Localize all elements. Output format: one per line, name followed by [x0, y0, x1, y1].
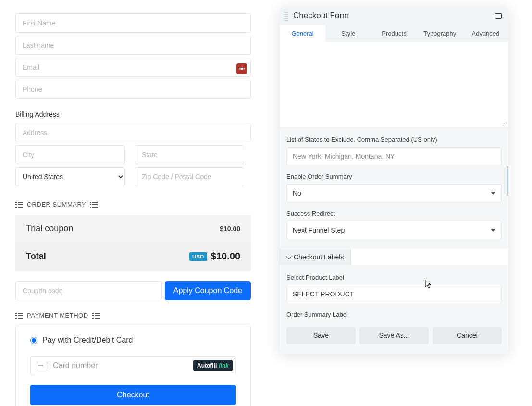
address-input[interactable]: [15, 123, 251, 142]
zip-input[interactable]: [135, 167, 244, 186]
drag-handle-icon[interactable]: [284, 11, 288, 21]
summary-item-price: $10.00: [220, 225, 240, 233]
order-summary-label-label: Order Summary Label: [286, 311, 502, 318]
summary-total-value: $10.00: [211, 251, 240, 262]
tab-typography[interactable]: Typography: [417, 25, 463, 42]
success-redirect-label: Success Redirect: [286, 210, 502, 217]
success-redirect-select[interactable]: Next Funnel Step: [286, 221, 502, 239]
summary-total-label: Total: [26, 251, 46, 261]
panel-header[interactable]: Checkout Form: [280, 7, 508, 25]
resize-grip-icon[interactable]: [503, 121, 507, 126]
billing-label: Billing Address: [15, 111, 251, 118]
list-icon: [90, 202, 98, 208]
tab-general[interactable]: General: [280, 25, 325, 42]
payment-method-header: PAYMENT METHOD: [15, 312, 251, 319]
select-product-input[interactable]: [286, 285, 502, 303]
state-input[interactable]: [135, 145, 244, 164]
card-number-input[interactable]: [53, 361, 216, 370]
general-options: List of States to Exclude. Comma Separat…: [280, 127, 508, 249]
cancel-button[interactable]: Cancel: [433, 327, 502, 344]
settings-panel: Checkout Form General Style Products Typ…: [280, 7, 508, 354]
editor-area[interactable]: [280, 42, 508, 127]
phone-input[interactable]: [15, 80, 251, 99]
currency-badge: USD: [189, 252, 207, 261]
list-icon: [15, 202, 23, 208]
pay-card-label: Pay with Credit/Debit Card: [42, 336, 133, 344]
panel-title: Checkout Form: [293, 11, 490, 21]
exclude-states-label: List of States to Exclude. Comma Separat…: [286, 136, 502, 143]
last-name-input[interactable]: [15, 36, 251, 55]
select-product-label: Select Product Label: [286, 274, 502, 281]
scrollbar-thumb[interactable]: [507, 166, 508, 196]
list-icon: [15, 313, 23, 319]
country-select[interactable]: United States: [15, 167, 125, 186]
summary-item-name: Trial coupon: [26, 223, 73, 234]
summary-item-row: Trial coupon $10.00: [15, 215, 251, 242]
enable-summary-label: Enable Order Summary: [286, 173, 502, 180]
list-icon: [92, 313, 100, 319]
coupon-input[interactable]: [15, 281, 162, 300]
panel-actions: Save Save As... Cancel: [280, 322, 508, 354]
accordion-header[interactable]: Checkout Labels: [280, 249, 351, 265]
city-input[interactable]: [15, 145, 125, 164]
autofill-badge[interactable]: Autofill link: [193, 360, 233, 371]
card-icon: [37, 362, 48, 369]
checkout-form: Billing Address United States ORDER SUMM…: [15, 13, 251, 406]
email-input[interactable]: [15, 58, 251, 77]
apply-coupon-button[interactable]: Apply Coupon Code: [165, 281, 251, 300]
checkout-button[interactable]: Checkout: [30, 385, 236, 405]
card-input-wrap[interactable]: Autofill link: [30, 356, 236, 375]
password-manager-icon[interactable]: [236, 63, 247, 74]
enable-summary-select[interactable]: No: [286, 184, 502, 202]
panel-tabs: General Style Products Typography Advanc…: [280, 25, 508, 42]
summary-total-row: Total USD $10.00: [15, 242, 251, 271]
pay-card-radio[interactable]: [30, 337, 37, 344]
payment-box: Pay with Credit/Debit Card Autofill link…: [15, 326, 251, 406]
save-button[interactable]: Save: [286, 327, 356, 344]
first-name-input[interactable]: [15, 13, 251, 33]
exclude-states-input[interactable]: [286, 147, 502, 165]
tab-products[interactable]: Products: [371, 25, 417, 42]
chevron-down-icon: [286, 254, 291, 259]
checkout-labels-accordion: Checkout Labels Select Product Label Ord…: [280, 249, 508, 322]
order-summary-header: ORDER SUMMARY: [15, 201, 251, 208]
tab-advanced[interactable]: Advanced: [463, 25, 508, 42]
window-icon[interactable]: [495, 13, 502, 19]
tab-style[interactable]: Style: [325, 25, 371, 42]
save-as-button[interactable]: Save As...: [359, 327, 429, 344]
